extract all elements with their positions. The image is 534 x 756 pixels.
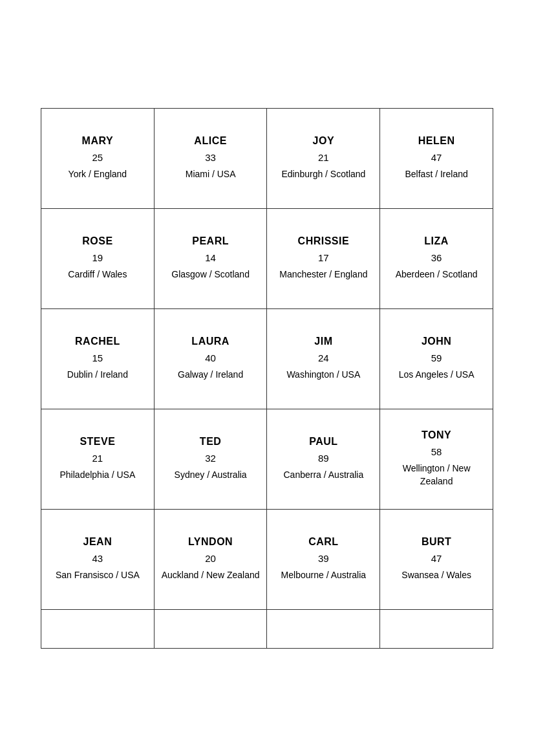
table-cell: ALICE33Miami / USA — [154, 108, 267, 208]
person-location: Philadelphia / USA — [60, 469, 136, 482]
person-age: 15 — [92, 352, 103, 363]
person-name: ALICE — [194, 135, 227, 147]
table-cell: TONY58Wellington / New Zealand — [380, 409, 493, 509]
person-name: HELEN — [418, 135, 455, 147]
person-age: 17 — [318, 252, 329, 263]
table-cell: JIM24Washington / USA — [267, 308, 380, 409]
person-name: JEAN — [83, 536, 112, 548]
table-cell: HELEN47Belfast / Ireland — [380, 108, 493, 208]
table-cell: ROSE19Cardiff / Wales — [41, 208, 155, 308]
cell-content: JOY21Edinburgh / Scotland — [272, 135, 374, 181]
person-age: 24 — [318, 352, 329, 363]
page-wrapper: MARY25York / EnglandALICE33Miami / USAJO… — [0, 0, 534, 756]
person-name: STEVE — [80, 436, 115, 448]
person-location: Manchester / England — [279, 268, 367, 281]
cell-content: TONY58Wellington / New Zealand — [385, 429, 487, 488]
table-cell: PAUL89Canberra / Australia — [267, 409, 380, 509]
person-age: 21 — [318, 152, 329, 163]
person-age: 20 — [205, 553, 216, 564]
person-name: RACHEL — [75, 336, 120, 347]
person-location: Aberdeen / Scotland — [396, 268, 478, 281]
table-cell: PEARL14Glasgow / Scotland — [154, 208, 267, 308]
person-age: 47 — [431, 553, 442, 564]
person-age: 59 — [431, 352, 442, 363]
cell-content: HELEN47Belfast / Ireland — [385, 135, 487, 181]
cell-content: ROSE19Cardiff / Wales — [47, 235, 149, 281]
cell-content: PAUL89Canberra / Australia — [272, 436, 374, 482]
person-age: 25 — [92, 152, 103, 163]
person-name: TONY — [422, 429, 451, 441]
person-location: Dublin / Ireland — [67, 369, 128, 382]
person-location: Sydney / Australia — [175, 469, 247, 482]
person-name: JOHN — [422, 336, 451, 347]
person-location: Glasgow / Scotland — [171, 268, 250, 281]
table-cell: CARL39Melbourne / Australia — [267, 509, 380, 609]
table-cell — [267, 609, 380, 648]
cell-content: ALICE33Miami / USA — [160, 135, 262, 181]
person-location: Cardiff / Wales — [68, 268, 127, 281]
cell-content: JOHN59Los Angeles / USA — [385, 336, 487, 382]
person-age: 47 — [431, 152, 442, 163]
person-age: 36 — [431, 252, 442, 263]
person-age: 14 — [205, 252, 216, 263]
person-name: JIM — [314, 336, 332, 347]
person-age: 19 — [92, 252, 103, 263]
person-age: 39 — [318, 553, 329, 564]
table-cell — [41, 609, 155, 648]
person-location: Belfast / Ireland — [405, 168, 467, 181]
person-name: TED — [200, 436, 222, 448]
table-cell — [154, 609, 267, 648]
person-location: York / England — [69, 168, 127, 181]
table-cell: MARY25York / England — [41, 108, 155, 208]
table-cell: RACHEL15Dublin / Ireland — [41, 308, 155, 409]
person-location: Los Angeles / USA — [399, 369, 475, 382]
cell-content: STEVE21Philadelphia / USA — [47, 436, 149, 482]
person-name: PEARL — [192, 235, 229, 247]
person-location: Canberra / Australia — [284, 469, 364, 482]
person-age: 58 — [431, 446, 442, 457]
cell-content: CHRISSIE17Manchester / England — [272, 235, 374, 281]
person-location: Miami / USA — [186, 168, 236, 181]
person-age: 89 — [318, 453, 329, 464]
table-cell: LYNDON20Auckland / New Zealand — [154, 509, 267, 609]
person-age: 32 — [205, 453, 216, 464]
person-name: MARY — [82, 135, 114, 147]
cell-content: LAURA40Galway / Ireland — [160, 336, 262, 382]
person-age: 21 — [92, 453, 103, 464]
table-cell: TED32Sydney / Australia — [154, 409, 267, 509]
person-location: Swansea / Wales — [401, 569, 471, 582]
person-age: 33 — [205, 152, 216, 163]
people-grid: MARY25York / EnglandALICE33Miami / USAJO… — [41, 108, 493, 649]
cell-content: RACHEL15Dublin / Ireland — [47, 336, 149, 382]
person-location: Wellington / New Zealand — [385, 462, 487, 488]
cell-content: MARY25York / England — [47, 135, 149, 181]
person-age: 40 — [205, 352, 216, 363]
cell-content: BURT47Swansea / Wales — [385, 536, 487, 582]
table-cell: STEVE21Philadelphia / USA — [41, 409, 155, 509]
person-name: LIZA — [424, 235, 449, 247]
person-name: CARL — [308, 536, 338, 548]
table-cell: BURT47Swansea / Wales — [380, 509, 493, 609]
cell-content: CARL39Melbourne / Australia — [272, 536, 374, 582]
person-name: CHRISSIE — [298, 235, 350, 247]
table-cell: CHRISSIE17Manchester / England — [267, 208, 380, 308]
person-age: 43 — [92, 553, 103, 564]
person-location: Galway / Ireland — [178, 369, 243, 382]
cell-content: JEAN43San Fransisco / USA — [47, 536, 149, 582]
person-location: Edinburgh / Scotland — [281, 168, 365, 181]
table-cell — [380, 609, 493, 648]
cell-content: LIZA36Aberdeen / Scotland — [385, 235, 487, 281]
cell-content: JIM24Washington / USA — [272, 336, 374, 382]
cell-content: PEARL14Glasgow / Scotland — [160, 235, 262, 281]
person-location: Auckland / New Zealand — [162, 569, 260, 582]
table-cell: JOHN59Los Angeles / USA — [380, 308, 493, 409]
person-name: LYNDON — [188, 536, 233, 548]
table-cell: LAURA40Galway / Ireland — [154, 308, 267, 409]
cell-content: TED32Sydney / Australia — [160, 436, 262, 482]
person-name: PAUL — [309, 436, 337, 448]
person-name: JOY — [313, 135, 335, 147]
person-location: Melbourne / Australia — [281, 569, 367, 582]
person-name: BURT — [422, 536, 451, 548]
table-cell: LIZA36Aberdeen / Scotland — [380, 208, 493, 308]
person-location: San Fransisco / USA — [56, 569, 140, 582]
